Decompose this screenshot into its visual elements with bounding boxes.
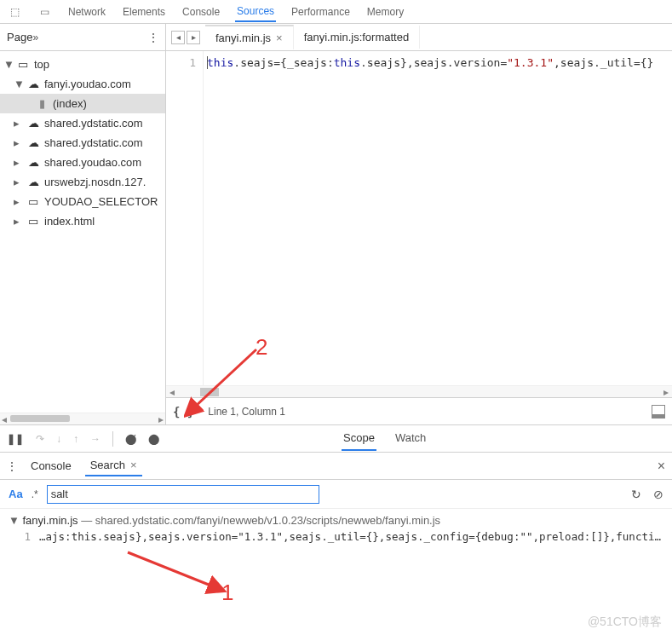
code-token: ,seajs._util={} bbox=[554, 56, 653, 69]
sidebar-more-icon[interactable]: » bbox=[32, 32, 38, 43]
editor-status-bar: { } Line 1, Column 1 bbox=[166, 397, 672, 424]
tree-item[interactable]: ▸☁shared.ydstatic.com bbox=[0, 113, 165, 133]
scope-tab[interactable]: Scope bbox=[342, 426, 376, 451]
search-result-line[interactable]: 1 …ajs:this.seajs},seajs.version="1.3.1"… bbox=[0, 528, 672, 551]
pause-button[interactable]: ❚❚ bbox=[7, 433, 24, 445]
tree-item[interactable]: ▸☁urswebzj.nosdn.127. bbox=[0, 172, 165, 192]
scroll-right-icon[interactable]: ▸ bbox=[660, 386, 672, 398]
tree-top[interactable]: ▼ ▭ top bbox=[0, 55, 165, 74]
tree-item[interactable]: ▸▭YOUDAO_SELECTOR bbox=[0, 192, 165, 211]
nav-next-icon[interactable]: ▸ bbox=[187, 31, 200, 44]
tree-label: fanyi.youdao.com bbox=[44, 78, 131, 90]
step-button[interactable]: → bbox=[90, 433, 101, 445]
search-result-header[interactable]: ▼ fanyi.min.js — shared.ydstatic.com/fan… bbox=[0, 508, 672, 528]
file-tab[interactable]: fanyi.min.js:formatted bbox=[294, 26, 421, 49]
tree-item[interactable]: ▸☁shared.ydstatic.com bbox=[0, 133, 165, 153]
chevron-right-icon: ▸ bbox=[14, 195, 22, 208]
step-over-button[interactable]: ↷ bbox=[36, 433, 44, 445]
drawer-tab-bar: ⋮ Console Search × × bbox=[0, 452, 672, 479]
clear-icon[interactable]: ⊘ bbox=[653, 488, 663, 501]
scroll-right-icon[interactable]: ▸ bbox=[158, 413, 164, 425]
regex-toggle[interactable]: .* bbox=[32, 488, 38, 500]
tab-network[interactable]: Network bbox=[66, 3, 107, 21]
kebab-icon[interactable]: ⋮ bbox=[148, 32, 158, 43]
tab-memory[interactable]: Memory bbox=[365, 3, 405, 21]
sources-tree: ▼ ▭ top ▼ ☁ fanyi.youdao.com ▮ (index) ▸… bbox=[0, 51, 165, 413]
svg-line-1 bbox=[128, 552, 213, 586]
search-input[interactable] bbox=[47, 485, 319, 504]
cloud-icon: ☁ bbox=[26, 156, 41, 169]
drawer-close-button[interactable]: × bbox=[658, 459, 665, 474]
step-into-button[interactable]: ↓ bbox=[56, 433, 61, 445]
scope-watch-tabs: Scope Watch bbox=[342, 426, 428, 451]
tab-console[interactable]: Console bbox=[181, 3, 221, 21]
tree-label: (index) bbox=[53, 97, 87, 110]
devtools-top-tabs: ⬚ ▭ Network Elements Console Sources Per… bbox=[0, 0, 672, 24]
tree-item[interactable]: ▸▭index.html bbox=[0, 211, 165, 231]
tree-label: urswebzj.nosdn.127. bbox=[44, 176, 146, 188]
drawer-console-tab[interactable]: Console bbox=[26, 456, 77, 476]
file-tab-bar: ◂ ▸ fanyi.min.js × fanyi.min.js:formatte… bbox=[166, 24, 672, 51]
chevron-right-icon: ▸ bbox=[14, 117, 22, 130]
step-out-button[interactable]: ↑ bbox=[73, 433, 78, 445]
line-gutter: 1 bbox=[166, 51, 204, 385]
result-file-name: fanyi.min.js bbox=[23, 514, 78, 527]
inspect-icon[interactable]: ⬚ bbox=[7, 6, 23, 18]
code-token: this bbox=[334, 56, 360, 69]
sidebar-title[interactable]: Page bbox=[7, 31, 32, 43]
coverage-icon[interactable] bbox=[652, 405, 665, 419]
cloud-icon: ☁ bbox=[26, 78, 41, 90]
deactivate-breakpoints-button[interactable]: ⬤̸ bbox=[125, 433, 136, 445]
cloud-icon: ☁ bbox=[26, 176, 41, 188]
drawer-tab-label: Search bbox=[90, 459, 125, 471]
device-toggle-icon[interactable]: ▭ bbox=[37, 6, 53, 18]
code-body[interactable]: this.seajs={_seajs:this.seajs},seajs.ver… bbox=[204, 51, 672, 385]
chevron-down-icon: ▼ bbox=[14, 78, 22, 90]
tree-item[interactable]: ▸☁shared.youdao.com bbox=[0, 153, 165, 172]
pause-on-exceptions-button[interactable]: ⬤ bbox=[148, 433, 159, 445]
tab-sources[interactable]: Sources bbox=[235, 2, 276, 22]
tab-nav: ◂ ▸ bbox=[166, 31, 205, 44]
file-tab-label: fanyi.min.js bbox=[215, 32, 271, 44]
tree-domain[interactable]: ▼ ☁ fanyi.youdao.com bbox=[0, 74, 165, 94]
sidebar-header: Page » ⋮ bbox=[0, 24, 165, 51]
file-icon: ▮ bbox=[34, 97, 49, 110]
result-text: …ajs:this.seajs},seajs.version="1.3.1",s… bbox=[39, 530, 663, 543]
scrollbar-thumb[interactable] bbox=[200, 388, 219, 396]
drawer-search-tab[interactable]: Search × bbox=[85, 455, 142, 476]
sidebar-scrollbar[interactable]: ◂ ▸ bbox=[0, 413, 165, 424]
chevron-right-icon: ▸ bbox=[14, 176, 22, 188]
tree-label: top bbox=[34, 58, 49, 71]
tab-performance[interactable]: Performance bbox=[290, 3, 352, 21]
kebab-icon[interactable]: ⋮ bbox=[7, 460, 17, 472]
tree-label: index.html bbox=[44, 215, 95, 228]
close-icon[interactable]: × bbox=[130, 459, 137, 471]
result-sep: — bbox=[78, 514, 95, 527]
case-sensitive-toggle[interactable]: Aa bbox=[9, 488, 23, 500]
close-icon[interactable]: × bbox=[276, 32, 283, 44]
code-token: "1.3.1" bbox=[507, 56, 554, 69]
file-tab-active[interactable]: fanyi.min.js × bbox=[205, 25, 294, 49]
editor-scrollbar[interactable]: ◂ ▸ bbox=[166, 385, 672, 397]
chevron-right-icon: ▸ bbox=[14, 156, 22, 169]
tree-label: shared.youdao.com bbox=[44, 156, 141, 169]
pretty-print-button[interactable]: { } bbox=[173, 405, 194, 419]
refresh-icon[interactable]: ↻ bbox=[631, 488, 641, 501]
nav-prev-icon[interactable]: ◂ bbox=[171, 31, 185, 44]
tree-index[interactable]: ▮ (index) bbox=[0, 94, 165, 113]
result-file-path: shared.ydstatic.com/fanyi/newweb/v1.0.23… bbox=[95, 514, 440, 527]
scroll-left-icon[interactable]: ◂ bbox=[2, 413, 7, 425]
debugger-toolbar: ❚❚ ↷ ↓ ↑ → ⬤̸ ⬤ Scope Watch bbox=[0, 424, 672, 452]
result-line-number: 1 bbox=[20, 530, 31, 543]
window-icon: ▭ bbox=[15, 58, 31, 71]
tree-label: shared.ydstatic.com bbox=[44, 117, 143, 130]
chevron-down-icon: ▼ bbox=[3, 58, 12, 71]
scroll-left-icon[interactable]: ◂ bbox=[166, 386, 178, 398]
cloud-icon: ☁ bbox=[26, 136, 41, 149]
tree-label: shared.ydstatic.com bbox=[44, 136, 143, 149]
chevron-right-icon: ▸ bbox=[14, 136, 22, 149]
code-editor[interactable]: 1 this.seajs={_seajs:this.seajs},seajs.v… bbox=[166, 51, 672, 385]
watch-tab[interactable]: Watch bbox=[393, 426, 428, 451]
tab-elements[interactable]: Elements bbox=[121, 3, 167, 21]
scrollbar-thumb[interactable] bbox=[10, 415, 70, 422]
